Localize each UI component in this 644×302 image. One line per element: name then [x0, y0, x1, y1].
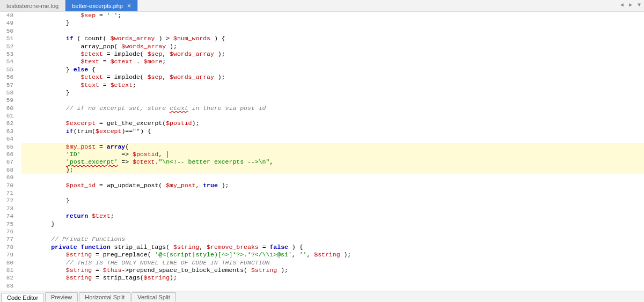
code-line[interactable]: }	[21, 19, 644, 27]
code-line[interactable]: $string = preg_replace( '@<(script|style…	[21, 251, 644, 259]
line-number: 60	[0, 105, 13, 112]
line-number: 54	[0, 58, 13, 65]
line-number: 83	[0, 282, 13, 290]
line-number: 74	[0, 212, 13, 220]
line-number: 64	[0, 135, 13, 143]
code-line[interactable]	[21, 189, 644, 197]
line-number: 59	[0, 97, 13, 104]
code-line[interactable]: 'ID' => $postid,	[21, 151, 644, 158]
code-line[interactable]: if ( count( $words_array ) > $num_words …	[21, 35, 644, 42]
line-number: 49	[0, 19, 13, 27]
tab-nav: ◄ ► ▼	[619, 1, 642, 9]
code-area[interactable]: $sep = ' '; } if ( count( $words_array )…	[18, 12, 644, 291]
code-line[interactable]	[21, 282, 644, 290]
line-number: 68	[0, 166, 13, 174]
line-number: 61	[0, 112, 13, 120]
view-vertical-split[interactable]: Vertical Split	[131, 292, 176, 301]
code-line[interactable]: $text = $ctext . $more;	[21, 58, 644, 65]
line-number: 78	[0, 244, 13, 251]
line-number: 50	[0, 27, 13, 35]
view-preview[interactable]: Preview	[45, 292, 78, 301]
line-gutter: 4849505152535455565758596061626364656667…	[0, 12, 18, 291]
code-line[interactable]: );	[21, 166, 644, 174]
nav-down-icon[interactable]: ▼	[636, 1, 642, 9]
code-line[interactable]: $string = $this->prepend_space_to_block_…	[21, 267, 644, 274]
code-line[interactable]: $ctext = implode( $sep, $words_array );	[21, 73, 644, 81]
code-line[interactable]: if(trim($except)=="") {	[21, 128, 644, 135]
code-line[interactable]: $excerpt = get_the_excerpt($postid);	[21, 120, 644, 127]
line-number: 76	[0, 228, 13, 235]
code-line[interactable]	[21, 97, 644, 104]
code-line[interactable]: $sep = ' ';	[21, 12, 644, 19]
nav-right-icon[interactable]: ►	[628, 1, 633, 9]
code-line[interactable]: }	[21, 220, 644, 228]
line-number: 80	[0, 259, 13, 267]
code-line[interactable]: $post_id = wp_update_post( $my_post, tru…	[21, 182, 644, 189]
line-number: 69	[0, 174, 13, 181]
code-line[interactable]: 'post_excerpt' => $ctext."\n<!-- better …	[21, 158, 644, 166]
line-number: 53	[0, 50, 13, 58]
line-number: 81	[0, 267, 13, 274]
line-number: 70	[0, 182, 13, 189]
code-line[interactable]	[21, 205, 644, 212]
code-line[interactable]	[21, 174, 644, 181]
code-line[interactable]: }	[21, 197, 644, 204]
line-number: 65	[0, 143, 13, 151]
code-line[interactable]: // if no excerpt set, store ctext in the…	[21, 105, 644, 112]
tab-testosterone-log[interactable]: testosterone-me.log	[0, 0, 65, 11]
line-number: 62	[0, 120, 13, 127]
tab-label: better-excerpts.php	[72, 3, 123, 9]
code-line[interactable]: array_pop( $words_array );	[21, 43, 644, 50]
code-line[interactable]	[21, 135, 644, 143]
code-line[interactable]: private function strip_all_tags( $string…	[21, 244, 644, 251]
line-number: 57	[0, 82, 13, 89]
line-number: 56	[0, 73, 13, 81]
code-line[interactable]: // Private Functions	[21, 235, 644, 243]
code-line[interactable]: $ctext = implode( $sep, $words_array );	[21, 50, 644, 58]
line-number: 66	[0, 151, 13, 158]
line-number: 79	[0, 251, 13, 259]
line-number: 82	[0, 274, 13, 282]
line-number: 77	[0, 235, 13, 243]
code-line[interactable]	[21, 112, 644, 120]
close-icon[interactable]: ×	[127, 3, 131, 9]
line-number: 75	[0, 220, 13, 228]
tab-better-excerpts[interactable]: better-excerpts.php×	[65, 0, 138, 11]
line-number: 63	[0, 128, 13, 135]
line-number: 51	[0, 35, 13, 42]
tab-label: testosterone-me.log	[6, 3, 58, 9]
line-number: 48	[0, 12, 13, 19]
code-line[interactable]: }	[21, 89, 644, 97]
line-number: 73	[0, 205, 13, 212]
view-code-editor[interactable]: Code Editor	[1, 293, 44, 302]
line-number: 67	[0, 158, 13, 166]
editor: 4849505152535455565758596061626364656667…	[0, 12, 644, 291]
nav-left-icon[interactable]: ◄	[619, 1, 625, 9]
code-line[interactable]: $text = $ctext;	[21, 82, 644, 89]
code-line[interactable]: $my_post = array(	[21, 143, 644, 151]
text-cursor	[167, 151, 167, 158]
code-line[interactable]: $string = strip_tags($string);	[21, 274, 644, 282]
code-line[interactable]: return $text;	[21, 212, 644, 220]
code-line[interactable]: // THIS IS THE ONLY NOVEL LINE OF CODE I…	[21, 259, 644, 267]
line-number: 71	[0, 189, 13, 197]
tab-bar: testosterone-me.log better-excerpts.php×…	[0, 0, 644, 12]
line-number: 72	[0, 197, 13, 204]
code-line[interactable]: } else {	[21, 66, 644, 73]
status-bar: Code Editor Preview Horizontal Split Ver…	[0, 291, 644, 302]
line-number: 52	[0, 43, 13, 50]
line-number: 55	[0, 66, 13, 73]
code-line[interactable]	[21, 228, 644, 235]
view-horizontal-split[interactable]: Horizontal Split	[79, 292, 130, 301]
line-number: 58	[0, 89, 13, 97]
code-line[interactable]	[21, 27, 644, 35]
